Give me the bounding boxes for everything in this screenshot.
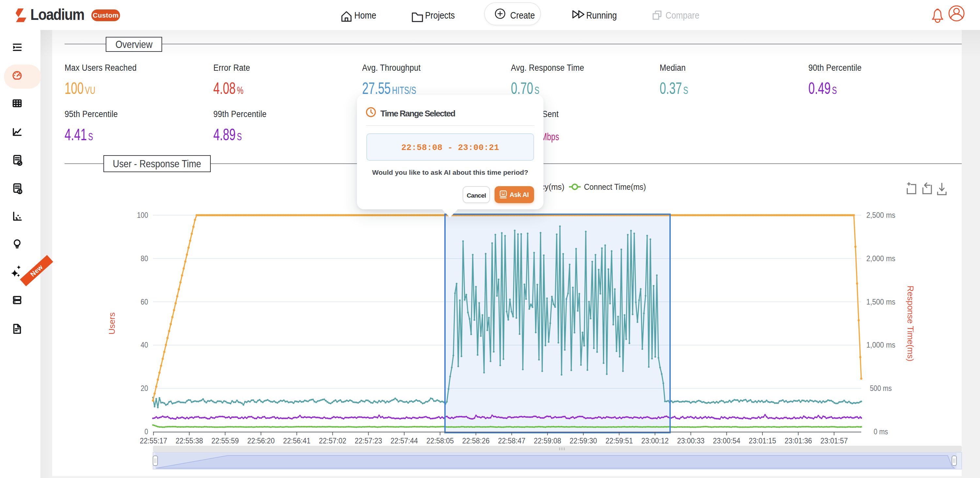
svg-text:80: 80 bbox=[141, 254, 148, 263]
svg-text:0 ms: 0 ms bbox=[873, 427, 888, 436]
svg-text:22:57:23: 22:57:23 bbox=[355, 437, 382, 445]
svg-text:22:55:59: 22:55:59 bbox=[212, 437, 239, 445]
svg-text:22:57:44: 22:57:44 bbox=[390, 437, 418, 445]
svg-text:22:57:02: 22:57:02 bbox=[319, 437, 347, 445]
svg-text:2,500 ms: 2,500 ms bbox=[867, 211, 896, 219]
svg-text:1,500 ms: 1,500 ms bbox=[867, 298, 896, 306]
svg-text:1,000 ms: 1,000 ms bbox=[867, 341, 896, 349]
svg-text:23:01:57: 23:01:57 bbox=[821, 437, 848, 445]
svg-text:22:55:17: 22:55:17 bbox=[140, 437, 167, 445]
svg-text:Response Time(ms): Response Time(ms) bbox=[905, 286, 915, 362]
svg-text:60: 60 bbox=[141, 298, 148, 306]
svg-text:0: 0 bbox=[145, 427, 148, 436]
svg-text:Users: Users bbox=[107, 312, 117, 335]
svg-text:22:59:51: 22:59:51 bbox=[606, 437, 633, 445]
svg-text:23:00:12: 23:00:12 bbox=[641, 437, 669, 445]
svg-text:23:01:36: 23:01:36 bbox=[784, 437, 812, 445]
svg-text:22:58:05: 22:58:05 bbox=[426, 437, 454, 445]
svg-text:20: 20 bbox=[141, 384, 148, 392]
svg-text:23:01:15: 23:01:15 bbox=[749, 437, 776, 445]
svg-text:22:59:30: 22:59:30 bbox=[570, 437, 597, 445]
svg-text:23:00:54: 23:00:54 bbox=[713, 437, 740, 445]
svg-text:22:55:38: 22:55:38 bbox=[175, 437, 203, 445]
svg-text:22:58:26: 22:58:26 bbox=[462, 437, 490, 445]
svg-text:23:00:33: 23:00:33 bbox=[677, 437, 705, 445]
svg-text:22:58:47: 22:58:47 bbox=[498, 437, 525, 445]
svg-text:500 ms: 500 ms bbox=[870, 384, 892, 392]
svg-text:22:56:20: 22:56:20 bbox=[247, 437, 275, 445]
svg-text:2,000 ms: 2,000 ms bbox=[867, 254, 896, 263]
svg-text:40: 40 bbox=[141, 341, 148, 349]
svg-text:100: 100 bbox=[137, 211, 148, 219]
svg-text:22:56:41: 22:56:41 bbox=[283, 437, 310, 445]
svg-text:22:59:08: 22:59:08 bbox=[534, 437, 561, 445]
svg-text:Connect Time(ms): Connect Time(ms) bbox=[584, 182, 646, 192]
